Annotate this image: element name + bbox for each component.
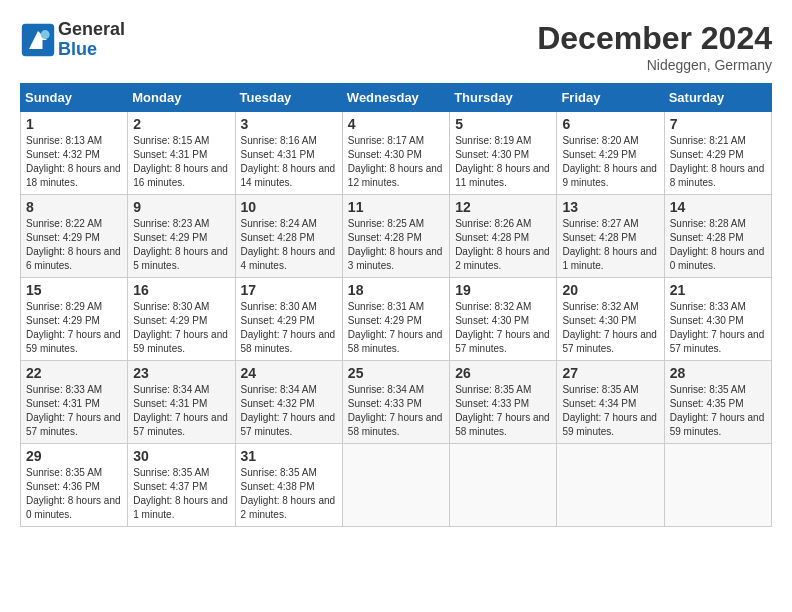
day-number: 19 xyxy=(455,282,551,298)
day-number: 21 xyxy=(670,282,766,298)
day-info: Sunrise: 8:32 AMSunset: 4:30 PMDaylight:… xyxy=(562,300,658,356)
calendar-cell: 22Sunrise: 8:33 AMSunset: 4:31 PMDayligh… xyxy=(21,361,128,444)
day-info: Sunrise: 8:23 AMSunset: 4:29 PMDaylight:… xyxy=(133,217,229,273)
day-info: Sunrise: 8:35 AMSunset: 4:33 PMDaylight:… xyxy=(455,383,551,439)
day-info: Sunrise: 8:33 AMSunset: 4:30 PMDaylight:… xyxy=(670,300,766,356)
day-info: Sunrise: 8:35 AMSunset: 4:34 PMDaylight:… xyxy=(562,383,658,439)
logo-line1: General xyxy=(58,20,125,40)
day-number: 4 xyxy=(348,116,444,132)
day-number: 16 xyxy=(133,282,229,298)
day-info: Sunrise: 8:35 AMSunset: 4:36 PMDaylight:… xyxy=(26,466,122,522)
day-number: 2 xyxy=(133,116,229,132)
day-header-tuesday: Tuesday xyxy=(235,84,342,112)
day-number: 14 xyxy=(670,199,766,215)
calendar-cell: 12Sunrise: 8:26 AMSunset: 4:28 PMDayligh… xyxy=(450,195,557,278)
day-number: 18 xyxy=(348,282,444,298)
title-block: December 2024 Nideggen, Germany xyxy=(537,20,772,73)
day-info: Sunrise: 8:35 AMSunset: 4:35 PMDaylight:… xyxy=(670,383,766,439)
day-number: 25 xyxy=(348,365,444,381)
day-header-wednesday: Wednesday xyxy=(342,84,449,112)
day-number: 26 xyxy=(455,365,551,381)
day-info: Sunrise: 8:21 AMSunset: 4:29 PMDaylight:… xyxy=(670,134,766,190)
calendar-cell: 2Sunrise: 8:15 AMSunset: 4:31 PMDaylight… xyxy=(128,112,235,195)
calendar-cell xyxy=(557,444,664,527)
day-info: Sunrise: 8:34 AMSunset: 4:31 PMDaylight:… xyxy=(133,383,229,439)
calendar-cell: 29Sunrise: 8:35 AMSunset: 4:36 PMDayligh… xyxy=(21,444,128,527)
calendar-week-row: 15Sunrise: 8:29 AMSunset: 4:29 PMDayligh… xyxy=(21,278,772,361)
calendar-cell: 31Sunrise: 8:35 AMSunset: 4:38 PMDayligh… xyxy=(235,444,342,527)
calendar-cell: 23Sunrise: 8:34 AMSunset: 4:31 PMDayligh… xyxy=(128,361,235,444)
day-info: Sunrise: 8:34 AMSunset: 4:32 PMDaylight:… xyxy=(241,383,337,439)
calendar-week-row: 22Sunrise: 8:33 AMSunset: 4:31 PMDayligh… xyxy=(21,361,772,444)
calendar-cell: 19Sunrise: 8:32 AMSunset: 4:30 PMDayligh… xyxy=(450,278,557,361)
day-number: 30 xyxy=(133,448,229,464)
calendar-table: SundayMondayTuesdayWednesdayThursdayFrid… xyxy=(20,83,772,527)
day-number: 17 xyxy=(241,282,337,298)
day-info: Sunrise: 8:35 AMSunset: 4:37 PMDaylight:… xyxy=(133,466,229,522)
day-number: 6 xyxy=(562,116,658,132)
calendar-cell xyxy=(664,444,771,527)
svg-point-2 xyxy=(41,30,50,39)
day-info: Sunrise: 8:31 AMSunset: 4:29 PMDaylight:… xyxy=(348,300,444,356)
day-info: Sunrise: 8:16 AMSunset: 4:31 PMDaylight:… xyxy=(241,134,337,190)
day-number: 13 xyxy=(562,199,658,215)
day-info: Sunrise: 8:30 AMSunset: 4:29 PMDaylight:… xyxy=(241,300,337,356)
calendar-cell: 17Sunrise: 8:30 AMSunset: 4:29 PMDayligh… xyxy=(235,278,342,361)
calendar-cell: 11Sunrise: 8:25 AMSunset: 4:28 PMDayligh… xyxy=(342,195,449,278)
day-number: 5 xyxy=(455,116,551,132)
logo-line2: Blue xyxy=(58,40,125,60)
calendar-cell: 18Sunrise: 8:31 AMSunset: 4:29 PMDayligh… xyxy=(342,278,449,361)
calendar-week-row: 29Sunrise: 8:35 AMSunset: 4:36 PMDayligh… xyxy=(21,444,772,527)
day-number: 28 xyxy=(670,365,766,381)
calendar-cell: 6Sunrise: 8:20 AMSunset: 4:29 PMDaylight… xyxy=(557,112,664,195)
location: Nideggen, Germany xyxy=(537,57,772,73)
calendar-cell: 27Sunrise: 8:35 AMSunset: 4:34 PMDayligh… xyxy=(557,361,664,444)
day-number: 3 xyxy=(241,116,337,132)
day-number: 20 xyxy=(562,282,658,298)
calendar-cell: 10Sunrise: 8:24 AMSunset: 4:28 PMDayligh… xyxy=(235,195,342,278)
calendar-cell: 24Sunrise: 8:34 AMSunset: 4:32 PMDayligh… xyxy=(235,361,342,444)
day-header-sunday: Sunday xyxy=(21,84,128,112)
day-info: Sunrise: 8:30 AMSunset: 4:29 PMDaylight:… xyxy=(133,300,229,356)
day-number: 8 xyxy=(26,199,122,215)
calendar-cell: 20Sunrise: 8:32 AMSunset: 4:30 PMDayligh… xyxy=(557,278,664,361)
calendar-cell: 13Sunrise: 8:27 AMSunset: 4:28 PMDayligh… xyxy=(557,195,664,278)
day-info: Sunrise: 8:15 AMSunset: 4:31 PMDaylight:… xyxy=(133,134,229,190)
day-header-monday: Monday xyxy=(128,84,235,112)
day-number: 23 xyxy=(133,365,229,381)
day-info: Sunrise: 8:27 AMSunset: 4:28 PMDaylight:… xyxy=(562,217,658,273)
day-number: 7 xyxy=(670,116,766,132)
calendar-cell: 9Sunrise: 8:23 AMSunset: 4:29 PMDaylight… xyxy=(128,195,235,278)
day-info: Sunrise: 8:35 AMSunset: 4:38 PMDaylight:… xyxy=(241,466,337,522)
day-number: 24 xyxy=(241,365,337,381)
calendar-cell xyxy=(342,444,449,527)
day-info: Sunrise: 8:22 AMSunset: 4:29 PMDaylight:… xyxy=(26,217,122,273)
calendar-cell: 14Sunrise: 8:28 AMSunset: 4:28 PMDayligh… xyxy=(664,195,771,278)
calendar-cell: 7Sunrise: 8:21 AMSunset: 4:29 PMDaylight… xyxy=(664,112,771,195)
calendar-cell: 25Sunrise: 8:34 AMSunset: 4:33 PMDayligh… xyxy=(342,361,449,444)
calendar-week-row: 8Sunrise: 8:22 AMSunset: 4:29 PMDaylight… xyxy=(21,195,772,278)
day-number: 11 xyxy=(348,199,444,215)
day-number: 10 xyxy=(241,199,337,215)
calendar-cell: 1Sunrise: 8:13 AMSunset: 4:32 PMDaylight… xyxy=(21,112,128,195)
day-number: 9 xyxy=(133,199,229,215)
calendar-cell: 15Sunrise: 8:29 AMSunset: 4:29 PMDayligh… xyxy=(21,278,128,361)
day-info: Sunrise: 8:19 AMSunset: 4:30 PMDaylight:… xyxy=(455,134,551,190)
day-number: 29 xyxy=(26,448,122,464)
day-info: Sunrise: 8:17 AMSunset: 4:30 PMDaylight:… xyxy=(348,134,444,190)
month-title: December 2024 xyxy=(537,20,772,57)
day-number: 12 xyxy=(455,199,551,215)
calendar-week-row: 1Sunrise: 8:13 AMSunset: 4:32 PMDaylight… xyxy=(21,112,772,195)
day-number: 1 xyxy=(26,116,122,132)
calendar-header-row: SundayMondayTuesdayWednesdayThursdayFrid… xyxy=(21,84,772,112)
day-info: Sunrise: 8:20 AMSunset: 4:29 PMDaylight:… xyxy=(562,134,658,190)
calendar-cell: 3Sunrise: 8:16 AMSunset: 4:31 PMDaylight… xyxy=(235,112,342,195)
calendar-cell: 30Sunrise: 8:35 AMSunset: 4:37 PMDayligh… xyxy=(128,444,235,527)
day-header-friday: Friday xyxy=(557,84,664,112)
day-info: Sunrise: 8:24 AMSunset: 4:28 PMDaylight:… xyxy=(241,217,337,273)
day-number: 31 xyxy=(241,448,337,464)
day-info: Sunrise: 8:13 AMSunset: 4:32 PMDaylight:… xyxy=(26,134,122,190)
day-info: Sunrise: 8:29 AMSunset: 4:29 PMDaylight:… xyxy=(26,300,122,356)
day-number: 15 xyxy=(26,282,122,298)
day-number: 22 xyxy=(26,365,122,381)
